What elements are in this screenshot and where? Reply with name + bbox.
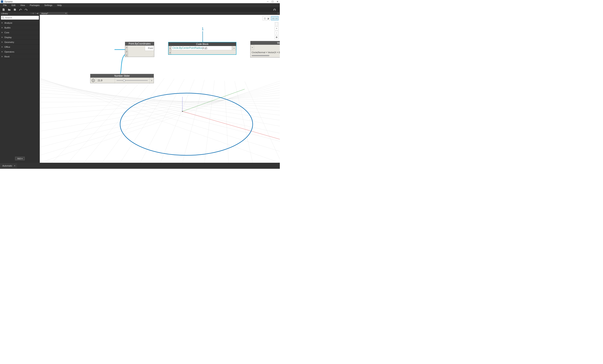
svg-line-31 [235,81,253,163]
watch-scrollbar[interactable] [252,55,269,56]
zoom-fit-button[interactable]: ⛶ [275,22,278,26]
node-watch-content: Circle(Normal = Vector(X = 0.000, Y = 0.… [251,50,280,57]
add-button[interactable]: Add ▾ [15,157,25,160]
app-logo-icon [1,0,3,3]
svg-line-19 [40,79,280,151]
pan-button[interactable]: ✥ [275,35,278,39]
graph-3d-icon: ▭ [275,17,278,20]
node-code-input-y[interactable]: y [169,50,171,54]
zoom-out-button[interactable]: − [275,31,278,35]
svg-line-25 [120,79,174,163]
undo-icon[interactable] [19,8,23,12]
category-core[interactable]: ▶Core [0,30,40,35]
category-builtin[interactable]: ▶BuiltIn [0,25,40,30]
menu-edit[interactable]: Edit [9,3,18,7]
node-code-block[interactable]: Code Block x Circle.ByCenterPointRadius(… [168,42,236,55]
svg-line-14 [40,87,280,115]
svg-line-11 [40,97,280,104]
svg-point-36 [182,111,183,112]
search-input[interactable] [1,16,39,20]
library-header: Library | ⊞ | ◀| [0,12,40,15]
svg-line-9 [40,98,280,108]
app-title: Dynamo [4,0,13,3]
minimize-button[interactable]: ─ [265,0,270,3]
view-mode-graph[interactable]: ▭ ▭ [271,16,278,21]
node-slider-output[interactable]: > [150,78,154,83]
node-number-slider[interactable]: Number Slider 21.9 > [90,74,154,83]
zoom-in-button[interactable]: + [275,26,278,31]
category-revit[interactable]: ▶Revit [0,54,40,59]
node-point-input-z[interactable]: z [125,53,128,57]
search-field[interactable] [5,16,38,19]
node-code-input-x[interactable]: x [169,46,171,50]
svg-line-7 [40,93,280,123]
svg-line-4 [40,86,280,147]
category-office[interactable]: ▶Office [0,44,40,49]
workspace-canvas[interactable]: 1 Point.ByCoordinates x y z Point ⋰ [40,15,280,163]
node-point-output[interactable]: Point [145,45,154,51]
open-file-icon[interactable] [7,8,11,12]
svg-point-0 [2,17,4,18]
category-operators[interactable]: ▶Operators [0,49,40,54]
svg-point-38 [92,79,95,82]
node-point-input-x[interactable]: x [125,45,128,49]
maximize-button[interactable]: ☐ [270,0,275,3]
menu-settings[interactable]: Settings [42,3,55,7]
node-slider-title: Number Slider [90,74,154,78]
svg-line-26 [140,79,184,163]
node-code-output[interactable]: > [232,46,236,50]
close-button[interactable]: ✕ [275,0,280,3]
category-analyze[interactable]: ▶Analyze [0,21,40,25]
callout-label-1: 1 [202,27,204,31]
node-watch[interactable]: Watch > > Circle(Normal = Vector(X = 0.0… [250,41,280,58]
slider-thumb[interactable] [123,79,125,82]
redo-icon[interactable] [24,8,28,12]
category-display[interactable]: ▶Display [0,35,40,40]
tab-home[interactable]: Home* ✕ [40,12,68,15]
svg-line-2 [40,81,280,163]
svg-line-1 [3,18,4,19]
svg-line-34 [182,89,245,111]
save-icon[interactable] [13,8,17,12]
svg-line-16 [40,82,280,126]
svg-line-6 [40,90,280,131]
tab-menu-icon[interactable]: ≡ [278,12,279,14]
menu-view[interactable]: View [18,3,27,7]
menu-bar: File Edit View Packages Settings Help [0,3,280,7]
node-watch-title: Watch [251,41,280,45]
library-view-icons[interactable]: | ⊞ | ◀| [31,12,39,15]
toolbar [0,7,280,12]
svg-line-21 [52,77,134,163]
svg-line-22 [68,77,144,163]
svg-line-20 [40,78,280,163]
category-geometry[interactable]: ▶Geometry [0,40,40,44]
node-point-title: Point.ByCoordinates [125,42,154,45]
node-watch-input[interactable]: > [251,45,254,50]
library-sidebar: ▶Analyze ▶BuiltIn ▶Core ▶Display ▶Geomet… [0,15,40,163]
view-mode-geometry[interactable]: ◫ ◪ [263,16,270,21]
svg-line-3 [40,83,280,155]
svg-line-23 [84,78,154,163]
menu-help[interactable]: Help [55,3,64,7]
menu-packages[interactable]: Packages [27,3,42,7]
node-point-bycoordinates[interactable]: Point.ByCoordinates x y z Point ⋰ [125,42,154,57]
background-3d-view [40,15,280,163]
slider-track[interactable] [115,78,150,83]
code-block-editor[interactable]: Circle.ByCenterPointRadius(x,y); [171,46,232,50]
cube-solid-icon: ◪ [266,17,269,20]
svg-line-30 [225,81,229,163]
svg-line-24 [102,78,164,163]
tab-row: Library | ⊞ | ◀| Home* ✕ ≡ [0,12,280,15]
dropdown-icon: ▼ [14,165,15,167]
run-mode-dropdown[interactable]: Automatic ▼ [0,163,17,168]
cube-wire-icon: ◫ [263,17,266,20]
node-code-title: Code Block [169,42,236,46]
slider-value[interactable]: 21.9 [96,78,115,83]
menu-file[interactable]: File [1,3,9,7]
slider-expand-icon[interactable] [90,78,96,83]
tab-close-icon[interactable]: ✕ [65,12,67,15]
svg-line-17 [40,81,280,133]
node-point-input-y[interactable]: y [125,49,128,53]
camera-icon[interactable] [273,8,277,12]
new-file-icon[interactable] [2,8,6,12]
